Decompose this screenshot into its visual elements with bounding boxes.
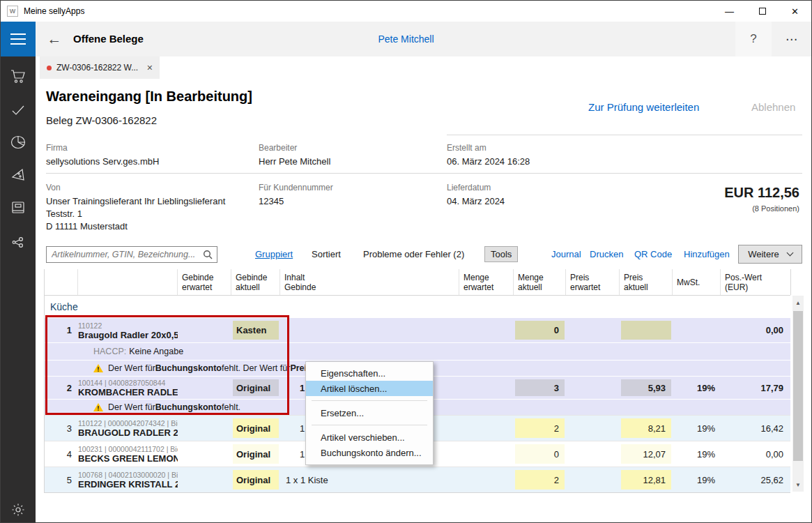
- article-code: 100231 | 00000042111702 | Bier...: [78, 444, 178, 454]
- col-gebinde-aktuell[interactable]: Gebindeaktuell: [231, 269, 280, 295]
- menu-item-eigenschaften[interactable]: Eigenschaften...: [306, 365, 433, 381]
- journal-link[interactable]: Journal: [551, 249, 581, 259]
- pos-wert-cell: 25,62: [721, 467, 791, 492]
- article-cell: 100231 | 00000042111702 | Bier... BECKS …: [78, 441, 178, 467]
- view-sorted-link[interactable]: Sortiert: [312, 249, 341, 259]
- von-line3: D 11111 Musterstadt: [46, 221, 128, 232]
- mwst-cell: [673, 318, 721, 342]
- tools-button[interactable]: Tools: [484, 246, 518, 262]
- preis-aktuell-cell[interactable]: 12,81: [621, 470, 671, 490]
- firma-value: sellysolutions Serv.ges.mbH: [46, 156, 159, 167]
- col-gebinde-erwartet[interactable]: Gebindeerwartet: [178, 269, 231, 295]
- menge-aktuell-cell[interactable]: 0: [515, 321, 565, 340]
- table-row[interactable]: 1 110122 Braugold Radler 20x0,5l Kasten …: [45, 318, 790, 342]
- gebinde-chip[interactable]: Original: [233, 379, 279, 396]
- pos-wert-cell: 0,00: [721, 441, 791, 467]
- haccp-subrow: HACCP: Keine Angabe: [45, 342, 790, 360]
- gebinde-chip[interactable]: Original: [233, 444, 279, 464]
- col-preis-erwartet[interactable]: Preiserwartet: [566, 269, 620, 295]
- divider: [447, 135, 802, 135]
- close-button[interactable]: ✕: [779, 1, 811, 22]
- col-mwst[interactable]: MwSt.: [673, 269, 721, 295]
- table-row[interactable]: 5 100768 | 04002103000020 | Bier... ERDI…: [45, 467, 790, 492]
- reject-link[interactable]: Ablehnen: [751, 101, 795, 113]
- menge-aktuell-cell[interactable]: 2: [515, 418, 565, 438]
- von-line1: Unser Trainingslieferant Ihr Lieblingsli…: [46, 196, 225, 206]
- menu-item-artikel-verschieben[interactable]: Artikel verschieben...: [306, 430, 433, 445]
- sidebar: [1, 56, 36, 523]
- gear-icon[interactable]: [1, 498, 36, 522]
- user-name-link[interactable]: Pete Mitchell: [1, 33, 811, 45]
- preis-aktuell-cell[interactable]: 5,93: [621, 379, 671, 396]
- divider: [46, 173, 802, 174]
- cart-icon[interactable]: [1, 65, 36, 89]
- more-options-button[interactable]: ⋯: [773, 22, 811, 56]
- mwst-cell: 19%: [673, 467, 721, 492]
- von-line2: Teststr. 1: [46, 209, 82, 219]
- menge-aktuell-cell[interactable]: 2: [515, 470, 565, 490]
- warning-icon: [93, 403, 103, 411]
- bearbeiter-value: Herr Pete Mitchell: [259, 156, 330, 167]
- article-code: 110122 | 00000042074342 | Bier...: [78, 418, 178, 428]
- col-pos-wert[interactable]: Pos.-Wert(EUR): [721, 269, 791, 295]
- maximize-button[interactable]: [746, 1, 779, 22]
- kundennummer-label: Für Kundennummer: [259, 183, 333, 192]
- view-problems-link[interactable]: Probleme oder Fehler (2): [363, 249, 464, 259]
- tab-close-icon[interactable]: ✕: [146, 63, 153, 73]
- forward-for-review-link[interactable]: Zur Prüfung weiterleiten: [588, 101, 699, 113]
- erstellt-am-value: 06. März 2024 16:28: [447, 156, 530, 167]
- help-button[interactable]: ?: [735, 22, 772, 56]
- pizza-slice-icon[interactable]: [1, 163, 36, 187]
- weitere-dropdown-button[interactable]: Weitere: [738, 245, 802, 264]
- gebinde-chip[interactable]: Original: [233, 470, 279, 490]
- menge-aktuell-cell[interactable]: 3: [515, 379, 565, 396]
- share-icon[interactable]: [1, 231, 36, 255]
- search-input[interactable]: [47, 250, 203, 259]
- mwst-cell: 19%: [673, 416, 721, 441]
- preis-aktuell-cell[interactable]: [621, 321, 671, 340]
- col-menge-aktuell[interactable]: Mengeaktuell: [514, 269, 566, 295]
- menu-item-artikel-loeschen[interactable]: Artikel löschen...: [306, 381, 433, 396]
- search-box: [46, 246, 217, 263]
- book-icon[interactable]: [1, 196, 36, 220]
- tab-label: ZW-0306-162822 W...: [56, 63, 138, 73]
- gebinde-chip[interactable]: Kasten: [233, 321, 279, 340]
- haccp-value: Keine Angabe: [129, 347, 183, 356]
- scroll-up-icon[interactable]: ▲: [792, 297, 804, 308]
- search-icon[interactable]: [203, 250, 213, 259]
- article-name: Braugold Radler 20x0,5l: [78, 331, 178, 340]
- article-code: 100144 | 04008287050844: [78, 378, 165, 388]
- group-label-kueche[interactable]: Küche: [45, 296, 790, 318]
- pos-wert-cell: 17,79: [721, 377, 791, 399]
- app-header: ← Offene Belege Pete Mitchell ? ⋯: [1, 22, 811, 56]
- window-title: Meine sellyApps: [24, 6, 84, 16]
- inhalt-cell: 1 x 1 Kiste: [280, 467, 459, 492]
- preis-aktuell-cell[interactable]: 12,07: [621, 444, 671, 464]
- vertical-scrollbar[interactable]: ▲ ▼: [792, 296, 804, 492]
- menu-separator: [312, 425, 427, 425]
- row-number: 1: [45, 318, 78, 342]
- col-preis-aktuell[interactable]: Preisaktuell: [620, 269, 673, 295]
- menge-aktuell-cell[interactable]: 0: [515, 444, 565, 464]
- tab-bar: ZW-0306-162822 W... ✕: [36, 56, 811, 79]
- minimize-button[interactable]: —: [713, 1, 746, 22]
- menu-item-buchungskonto-aendern[interactable]: Buchungskonto ändern...: [306, 445, 433, 460]
- scroll-down-icon[interactable]: ▼: [792, 479, 804, 490]
- add-link[interactable]: Hinzufügen: [684, 249, 730, 259]
- tab-document[interactable]: ZW-0306-162822 W... ✕: [40, 56, 160, 79]
- app-window: W Meine sellyApps — ✕ ← Offene Belege Pe…: [0, 0, 812, 523]
- print-link[interactable]: Drucken: [590, 249, 623, 259]
- check-icon[interactable]: [1, 98, 36, 122]
- col-menge-erwartet[interactable]: Mengeerwartet: [459, 269, 514, 295]
- view-grouped-link[interactable]: Gruppiert: [255, 249, 293, 259]
- preis-aktuell-cell[interactable]: 8,21: [621, 418, 671, 438]
- scrollbar-thumb[interactable]: [793, 311, 803, 461]
- pie-chart-icon[interactable]: [1, 130, 36, 154]
- gebinde-chip[interactable]: Original: [233, 418, 279, 438]
- row-number: 2: [45, 377, 78, 399]
- menu-item-ersetzen[interactable]: Ersetzen...: [306, 405, 433, 420]
- row-number: 4: [45, 441, 78, 467]
- inhalt-cell: [280, 318, 459, 342]
- col-inhalt-gebinde[interactable]: InhaltGebinde: [280, 269, 459, 295]
- qr-code-link[interactable]: QR Code: [634, 249, 672, 259]
